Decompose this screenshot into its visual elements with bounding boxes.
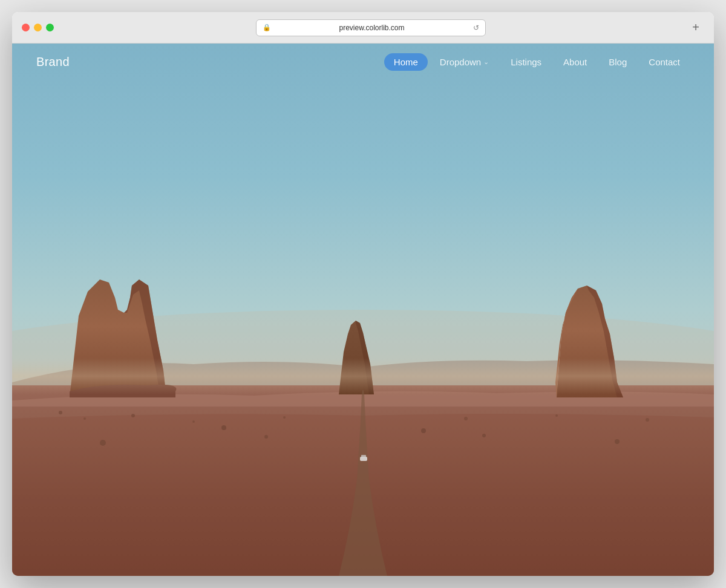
nav-item-dropdown: Dropdown ⌄ <box>430 53 499 71</box>
nav-link-about[interactable]: About <box>554 53 597 71</box>
nav-item-blog: Blog <box>599 53 636 71</box>
traffic-lights <box>22 24 54 31</box>
nav-link-dropdown[interactable]: Dropdown ⌄ <box>430 53 499 71</box>
nav-brand[interactable]: Brand <box>36 55 70 69</box>
nav-item-home: Home <box>384 53 428 71</box>
svg-point-4 <box>83 417 86 420</box>
lock-icon: 🔒 <box>263 24 271 31</box>
nav-link-contact[interactable]: Contact <box>639 53 690 71</box>
svg-point-3 <box>59 411 62 414</box>
address-bar-container: 🔒 preview.colorlib.com ↺ <box>61 19 680 36</box>
nav-item-contact: Contact <box>639 53 690 71</box>
svg-point-15 <box>421 428 426 433</box>
svg-point-18 <box>615 439 620 444</box>
svg-point-10 <box>646 418 649 422</box>
browser-window: 🔒 preview.colorlib.com ↺ + <box>12 12 714 576</box>
svg-rect-12 <box>361 455 366 458</box>
svg-point-8 <box>464 417 468 420</box>
url-text: preview.colorlib.com <box>275 24 469 32</box>
close-button[interactable] <box>22 24 30 31</box>
svg-point-14 <box>264 435 268 439</box>
maximize-button[interactable] <box>46 24 54 31</box>
svg-point-17 <box>100 440 106 446</box>
browser-chrome: 🔒 preview.colorlib.com ↺ + <box>12 12 714 44</box>
nav-link-home[interactable]: Home <box>384 53 428 71</box>
new-tab-button[interactable]: + <box>687 19 704 36</box>
address-bar[interactable]: 🔒 preview.colorlib.com ↺ <box>256 19 486 36</box>
svg-point-9 <box>555 414 558 417</box>
svg-point-16 <box>482 434 486 437</box>
svg-point-7 <box>283 416 286 419</box>
nav-item-about: About <box>554 53 597 71</box>
minimize-button[interactable] <box>34 24 42 31</box>
nav-link-blog[interactable]: Blog <box>599 53 636 71</box>
svg-rect-19 <box>12 358 714 394</box>
nav-link-listings[interactable]: Listings <box>501 53 551 71</box>
nav-item-listings: Listings <box>501 53 551 71</box>
hero-image <box>12 44 714 576</box>
browser-content: Brand Home Dropdown ⌄ Listings About <box>12 44 714 576</box>
svg-point-6 <box>192 420 195 423</box>
navbar: Brand Home Dropdown ⌄ Listings About <box>12 44 714 80</box>
svg-point-13 <box>221 425 226 430</box>
chevron-down-icon: ⌄ <box>483 58 489 66</box>
reload-icon[interactable]: ↺ <box>473 24 479 32</box>
nav-links: Home Dropdown ⌄ Listings About Blog <box>384 53 690 71</box>
svg-point-5 <box>131 414 135 417</box>
